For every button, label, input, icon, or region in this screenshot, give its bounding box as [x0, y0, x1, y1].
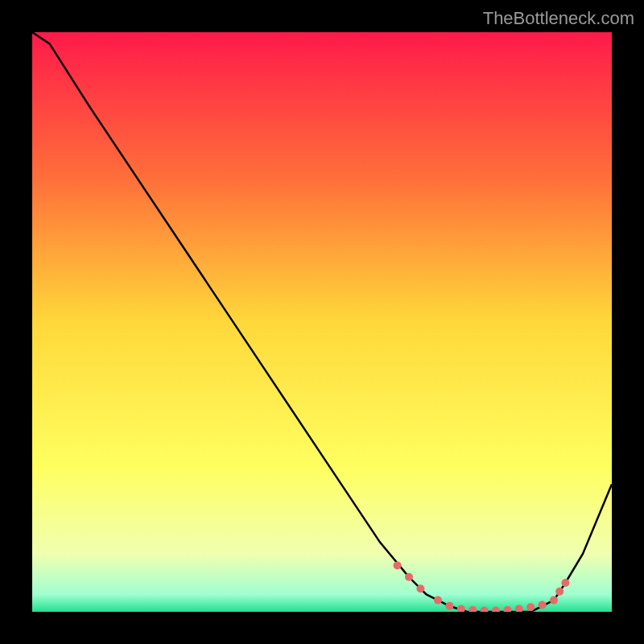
marker-point	[405, 573, 413, 581]
marker-point	[445, 602, 453, 610]
bottleneck-chart	[32, 32, 612, 612]
marker-point	[434, 597, 442, 605]
marker-point	[416, 584, 424, 592]
marker-point	[526, 603, 535, 611]
marker-point	[394, 561, 402, 569]
watermark-text: TheBottleneck.com	[483, 8, 634, 29]
marker-point	[555, 588, 564, 596]
gradient-background	[32, 32, 612, 612]
marker-point	[550, 597, 558, 605]
marker-point	[561, 579, 569, 587]
marker-point	[539, 601, 547, 609]
